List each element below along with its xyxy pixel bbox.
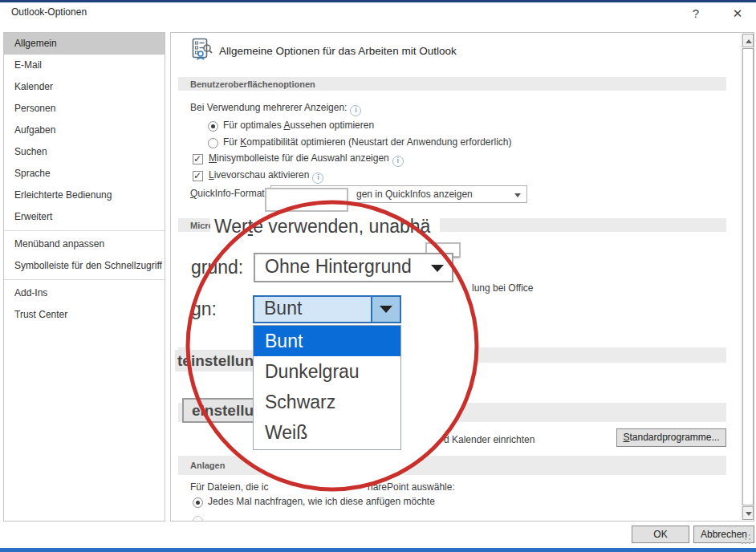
default-programs-row-fragment: d Kalender einrichten bbox=[444, 434, 534, 445]
sidebar-item-suchen[interactable]: Suchen bbox=[4, 141, 165, 163]
info-icon[interactable] bbox=[392, 156, 404, 167]
attachments-label-right: harePoint auswähle: bbox=[368, 481, 455, 493]
sidebar-item-kalender[interactable]: Kalender bbox=[4, 76, 165, 98]
page-title: Allgemeine Optionen für das Arbeiten mit… bbox=[219, 45, 457, 57]
magnified-section-header-fragment: teinstellun bbox=[175, 350, 255, 371]
window-bottom-edge bbox=[0, 548, 756, 552]
sidebar-divider bbox=[4, 230, 165, 231]
radio-ask-every-time[interactable] bbox=[193, 497, 203, 508]
office-theme-label-fragment: gn: bbox=[191, 298, 217, 320]
checkbox-live-preview-label: Livevorschau aktivieren bbox=[209, 169, 323, 184]
sidebar-item-allgemein[interactable]: Allgemein bbox=[4, 33, 165, 55]
quickinfo-format-value: gen in QuickInfos anzeigen bbox=[356, 189, 473, 200]
magnified-checkbox-text: Werte verwenden, unabhä bbox=[210, 213, 440, 242]
dropdown-option-dunkelgrau[interactable]: Dunkelgrau bbox=[254, 356, 400, 387]
sidebar-divider bbox=[4, 279, 165, 280]
radio-optimize-appearance[interactable] bbox=[208, 121, 218, 132]
info-icon[interactable] bbox=[350, 105, 361, 116]
scroll-up-button[interactable] bbox=[742, 34, 754, 47]
checkbox-mini-toolbar-label: Minisymbolleiste für die Auswahl anzeige… bbox=[209, 152, 404, 167]
close-icon[interactable]: ✕ bbox=[726, 3, 749, 24]
sidebar-item-personen[interactable]: Personen bbox=[4, 98, 165, 120]
category-sidebar: Allgemein E-Mail Kalender Personen Aufga… bbox=[3, 32, 165, 522]
personalize-row-fragment: lung bei Office bbox=[472, 282, 534, 294]
radio-optimize-compatibility-label: Für Kompatibilität optimieren (Neustart … bbox=[223, 136, 512, 148]
chevron-down-icon bbox=[380, 306, 392, 313]
chevron-down-icon bbox=[514, 193, 521, 197]
resize-grip-icon[interactable] bbox=[742, 534, 751, 544]
sidebar-item-menueband-anpassen[interactable]: Menüband anpassen bbox=[4, 233, 165, 255]
radio-clipped[interactable] bbox=[193, 516, 203, 522]
attachments-label-left: Für Dateien, die ic bbox=[190, 481, 268, 493]
radio-ask-every-time-label: Jedes Mal nachfragen, wie ich diese anfü… bbox=[208, 496, 435, 507]
section-header-ui-options: Benutzeroberflächenoptionen bbox=[178, 77, 726, 91]
options-content-panel: Allgemeine Optionen für das Arbeiten mit… bbox=[170, 32, 754, 522]
info-icon[interactable] bbox=[312, 172, 323, 184]
office-theme-dropdown[interactable]: Bunt bbox=[253, 295, 401, 323]
dropdown-option-schwarz[interactable]: Schwarz bbox=[254, 387, 400, 417]
triangle-down-icon bbox=[746, 512, 752, 516]
quickinfo-format-label: QuickInfo-Format: bbox=[190, 188, 267, 199]
sidebar-item-symbolleiste[interactable]: Symbolleiste für den Schnellzugriff bbox=[4, 255, 165, 277]
sidebar-item-erweitert[interactable]: Erweitert bbox=[4, 206, 165, 228]
office-background-dropdown[interactable]: Ohne Hintergrund bbox=[254, 253, 453, 282]
sidebar-item-email[interactable]: E-Mail bbox=[4, 55, 165, 76]
checkbox-live-preview[interactable] bbox=[193, 171, 203, 181]
sidebar-item-aufgaben[interactable]: Aufgaben bbox=[4, 120, 165, 141]
office-background-label-fragment: grund: bbox=[191, 257, 243, 278]
general-options-icon bbox=[192, 38, 213, 60]
multiple-displays-label: Bei Verwendung mehrerer Anzeigen: bbox=[190, 102, 361, 116]
standard-programs-button[interactable]: Standardprogramme... bbox=[616, 428, 726, 447]
radio-optimize-compatibility[interactable] bbox=[208, 138, 218, 148]
window-top-edge bbox=[0, 0, 756, 2]
vertical-scrollbar[interactable] bbox=[741, 34, 754, 520]
scrollbar-thumb[interactable] bbox=[742, 48, 754, 505]
dropdown-button[interactable] bbox=[371, 297, 400, 322]
chevron-down-icon bbox=[431, 265, 444, 272]
dropdown-option-weiss[interactable]: Weiß bbox=[254, 417, 400, 448]
magnified-input-fragment bbox=[265, 188, 348, 212]
sidebar-item-sprache[interactable]: Sprache bbox=[4, 163, 165, 185]
sidebar-item-addins[interactable]: Add-Ins bbox=[4, 282, 165, 304]
theme-dropdown-list: Bunt Dunkelgrau Schwarz Weiß bbox=[253, 325, 401, 450]
outlook-options-dialog: Outlook-Optionen ? ✕ Allgemein E-Mail Ka… bbox=[0, 0, 756, 552]
help-icon[interactable]: ? bbox=[685, 3, 707, 24]
window-title: Outlook-Optionen bbox=[11, 6, 87, 18]
sidebar-item-erleichterte-bedienung[interactable]: Erleichterte Bedienung bbox=[4, 185, 165, 206]
scroll-down-button[interactable] bbox=[742, 506, 754, 520]
ok-button[interactable]: OK bbox=[632, 526, 689, 543]
radio-optimize-appearance-label: Für optimales Aussehen optimieren bbox=[223, 120, 374, 131]
sidebar-item-trust-center[interactable]: Trust Center bbox=[4, 304, 165, 326]
checkbox-mini-toolbar[interactable] bbox=[193, 154, 203, 164]
triangle-up-icon bbox=[746, 39, 752, 43]
dropdown-option-bunt[interactable]: Bunt bbox=[254, 326, 400, 356]
